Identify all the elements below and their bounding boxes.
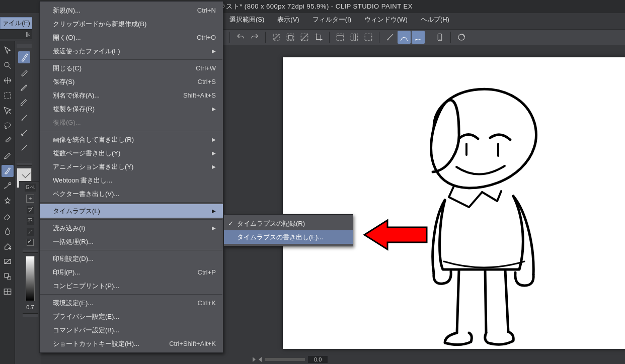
file-shortcut-settings[interactable]: ショートカットキー設定(H)...Ctrl+Shift+Alt+K: [40, 337, 223, 350]
file-save-duplicate[interactable]: 複製を保存(R)▶: [40, 102, 223, 116]
file-save-as[interactable]: 別名で保存(A)...Shift+Alt+S: [40, 88, 223, 102]
gradient-tool-icon[interactable]: [2, 255, 14, 267]
subtool-calligraphy-icon[interactable]: [18, 112, 30, 124]
separator: [379, 32, 379, 43]
menu-file[interactable]: ァイル(F): [0, 17, 32, 29]
file-vector-export[interactable]: ベクター書き出し(V)...: [40, 187, 223, 201]
file-new[interactable]: 新規(N)...Ctrl+N: [40, 4, 223, 17]
file-convenience-print[interactable]: コンビニプリント(P)...: [40, 279, 223, 293]
menu-window[interactable]: ウィンドウ(W): [358, 14, 414, 26]
marquee-icon[interactable]: [362, 31, 375, 44]
file-save[interactable]: 保存(S)Ctrl+S: [40, 75, 223, 88]
file-flatten-export[interactable]: 画像を統合して書き出し(R)▶: [40, 133, 223, 146]
svg-rect-10: [365, 34, 372, 41]
crop-icon[interactable]: [312, 31, 325, 44]
prop-label-opacity: 不: [27, 217, 34, 225]
file-commandbar-settings[interactable]: コマンドバー設定(B)...: [40, 323, 223, 337]
snap-grid-icon[interactable]: [412, 31, 425, 44]
file-new-from-clipboard[interactable]: クリップボードから新規作成(B): [40, 17, 223, 31]
prop-checkbox-1[interactable]: [27, 239, 34, 246]
smartphone-icon[interactable]: [433, 31, 446, 44]
file-multipage-export[interactable]: 複数ページ書き出し(Y)▶: [40, 146, 223, 160]
canvas[interactable]: [283, 57, 625, 349]
brushsize-header: [23, 249, 38, 253]
file-import[interactable]: 読み込み(I)▶: [40, 221, 223, 235]
svg-rect-7: [351, 34, 358, 41]
lasso-tool-icon[interactable]: [2, 120, 14, 132]
snap-ruler-icon[interactable]: [383, 31, 397, 44]
eraser-tool-icon[interactable]: [2, 210, 14, 222]
pen-tool-icon[interactable]: [2, 150, 14, 162]
operation-tool-icon[interactable]: [2, 44, 14, 56]
ruler-layer-icon[interactable]: [334, 31, 347, 44]
auto-select-tool-icon[interactable]: [2, 105, 14, 117]
file-webtoon-export[interactable]: Webtoon 書き出し...: [40, 173, 223, 187]
subtool-last-icon[interactable]: [18, 142, 30, 154]
tool-property-panel: Gペ + ブ 不 ア 0.7: [19, 181, 41, 364]
separator: [40, 219, 222, 220]
redo-icon[interactable]: [248, 31, 261, 44]
airbrush-tool-icon[interactable]: [2, 180, 14, 192]
brush-tool-icon[interactable]: [2, 165, 14, 177]
status-value: 0.0: [308, 356, 328, 363]
collapse-palette-toggle[interactable]: ||| ‹‹: [0, 29, 32, 39]
separator: [429, 32, 429, 43]
prop-label-gpen: Gペ: [25, 184, 36, 192]
command-bar: [223, 29, 625, 45]
add-subtool-icon[interactable]: +: [26, 195, 34, 203]
prev-frame-icon[interactable]: [253, 357, 256, 362]
eyedropper-tool-icon[interactable]: [2, 135, 14, 147]
subtool-brush-icon[interactable]: [18, 97, 30, 109]
file-animation-export[interactable]: アニメーション書き出し(Y)▶: [40, 160, 223, 173]
prop-label-brush: ブ: [27, 206, 34, 214]
invert-selection-icon[interactable]: [298, 31, 311, 44]
subtool-pencil-icon[interactable]: [18, 81, 30, 94]
file-open[interactable]: 開く(O)...Ctrl+O: [40, 31, 223, 44]
file-preferences[interactable]: 環境設定(E)...Ctrl+K: [40, 296, 223, 310]
select-all-icon[interactable]: [284, 31, 297, 44]
svg-line-15: [9, 66, 11, 69]
file-print-settings[interactable]: 印刷設定(D)...: [40, 252, 223, 265]
svg-rect-2: [287, 34, 294, 41]
menu-help[interactable]: ヘルプ(H): [415, 14, 455, 26]
timelapse-submenu: ✓ タイムラプスの記録(R) タイムラプスの書き出し(E)...: [223, 214, 353, 246]
separator: [450, 32, 451, 43]
decoration-tool-icon[interactable]: [2, 195, 14, 207]
timeline-mini[interactable]: [265, 358, 305, 361]
subtool-drybrush-icon[interactable]: [18, 127, 30, 139]
figure-tool-icon[interactable]: [2, 270, 14, 283]
menu-filter[interactable]: フィルター(I): [306, 14, 357, 26]
timelapse-export[interactable]: タイムラプスの書き出し(E)...: [224, 230, 353, 244]
status-bar: 0.0: [253, 355, 328, 364]
subtool-pen-icon[interactable]: [18, 51, 30, 63]
file-batch[interactable]: 一括処理(R)...: [40, 235, 223, 248]
fill-tool-icon[interactable]: [2, 240, 14, 252]
subtool-marker-icon[interactable]: [18, 66, 30, 78]
next-frame-icon[interactable]: [259, 357, 262, 362]
clip-studio-icon[interactable]: [455, 31, 468, 44]
move-tool-icon[interactable]: [2, 74, 14, 86]
menu-selection[interactable]: 選択範囲(S): [223, 14, 270, 26]
file-timelapse[interactable]: タイムラプス(L)▶: [40, 204, 223, 218]
grid-icon[interactable]: [348, 31, 361, 44]
timelapse-record[interactable]: ✓ タイムラプスの記録(R): [224, 217, 353, 230]
frame-tool-icon[interactable]: [2, 286, 14, 298]
file-privacy[interactable]: プライバシー設定(E)...: [40, 310, 223, 323]
undo-icon[interactable]: [234, 31, 247, 44]
file-recent[interactable]: 最近使ったファイル(F)▶: [40, 44, 223, 58]
tool-palette-main: [0, 41, 15, 364]
separator: [40, 131, 222, 131]
zoom-tool-icon[interactable]: [2, 59, 14, 71]
file-print[interactable]: 印刷(P)...Ctrl+P: [40, 265, 223, 279]
file-close[interactable]: 閉じる(C)Ctrl+W: [40, 61, 223, 75]
deselect-icon[interactable]: [270, 31, 283, 44]
svg-point-23: [7, 276, 11, 280]
blend-tool-icon[interactable]: [2, 225, 14, 237]
color-header: [23, 313, 38, 317]
brush-size-value: 0.7: [26, 304, 34, 310]
svg-line-21: [5, 259, 11, 264]
brush-size-gradient[interactable]: [26, 256, 35, 301]
menu-view[interactable]: 表示(V): [271, 14, 305, 26]
selection-tool-icon[interactable]: [2, 89, 14, 102]
snap-special-ruler-icon[interactable]: [398, 31, 411, 44]
